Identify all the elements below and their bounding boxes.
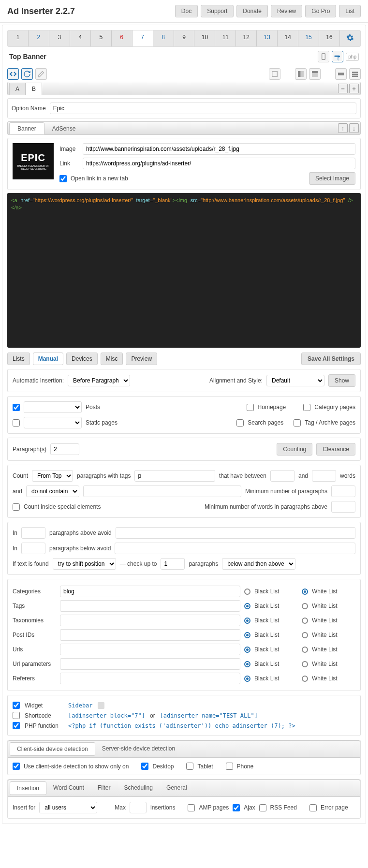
static-checkbox[interactable] bbox=[13, 419, 20, 427]
block-tab-16[interactable]: 16 bbox=[319, 30, 340, 46]
check-count-input[interactable] bbox=[161, 558, 185, 570]
new-tab-checkbox[interactable] bbox=[59, 175, 67, 182]
settings-tab-misc[interactable]: Misc bbox=[101, 353, 123, 365]
min-words-above-input[interactable] bbox=[331, 501, 355, 513]
settings-tab-manual[interactable]: Manual bbox=[33, 353, 63, 365]
direction-select[interactable]: below and then above bbox=[222, 558, 295, 570]
phone-checkbox[interactable] bbox=[226, 763, 233, 770]
settings-gear-icon[interactable] bbox=[340, 30, 360, 46]
alignment-select[interactable]: Default bbox=[266, 375, 324, 386]
whitelist-radio-5[interactable] bbox=[302, 661, 308, 667]
contain-select[interactable]: do not contain bbox=[26, 485, 79, 497]
below-count-input[interactable] bbox=[21, 543, 45, 554]
collapse-icon[interactable]: − bbox=[338, 84, 348, 93]
shift-select[interactable]: try to shift position bbox=[53, 558, 116, 570]
show-button[interactable]: Show bbox=[328, 374, 355, 387]
down-arrow-icon[interactable]: ↓ bbox=[349, 123, 359, 133]
option-name-input[interactable] bbox=[50, 103, 356, 114]
donate-button[interactable]: Donate bbox=[236, 5, 268, 17]
settings-tab-lists[interactable]: Lists bbox=[7, 353, 30, 365]
blacklist-radio-6[interactable] bbox=[244, 676, 250, 682]
tablet-checkbox[interactable] bbox=[186, 763, 193, 770]
clearance-button[interactable]: Clearance bbox=[316, 443, 355, 456]
contain-input[interactable] bbox=[83, 485, 241, 497]
below-avoid-input[interactable] bbox=[115, 543, 355, 554]
misc-tab-general[interactable]: General bbox=[160, 781, 194, 795]
blacklist-radio-1[interactable] bbox=[244, 603, 250, 609]
device-tab[interactable]: Server-side device detection bbox=[95, 742, 182, 756]
block-tab-11[interactable]: 11 bbox=[215, 30, 236, 46]
block-tab-8[interactable]: 8 bbox=[153, 30, 174, 46]
tab-adsense[interactable]: AdSense bbox=[44, 123, 84, 134]
block-tab-4[interactable]: 4 bbox=[70, 30, 91, 46]
block-tab-12[interactable]: 12 bbox=[236, 30, 257, 46]
review-button[interactable]: Review bbox=[271, 5, 302, 17]
block-tab-1[interactable]: 1 bbox=[8, 30, 29, 46]
blacklist-radio-4[interactable] bbox=[244, 647, 250, 653]
go-pro-button[interactable]: Go Pro bbox=[305, 5, 336, 17]
block-tab-13[interactable]: 13 bbox=[257, 30, 278, 46]
blacklist-radio-0[interactable] bbox=[244, 588, 250, 595]
static-select[interactable] bbox=[24, 417, 82, 428]
block-tab-3[interactable]: 3 bbox=[49, 30, 70, 46]
list-input-5[interactable] bbox=[60, 658, 240, 670]
block-tab-7[interactable]: 7 bbox=[132, 30, 153, 47]
layout-icon-4[interactable] bbox=[335, 68, 347, 80]
image-input[interactable] bbox=[83, 143, 355, 155]
settings-tab-devices[interactable]: Devices bbox=[66, 353, 98, 365]
link-input[interactable] bbox=[83, 158, 355, 169]
php-checkbox[interactable] bbox=[13, 722, 20, 729]
tags-input[interactable] bbox=[134, 470, 215, 482]
auto-insertion-select[interactable]: Before Paragraph bbox=[68, 375, 130, 386]
whitelist-radio-4[interactable] bbox=[302, 647, 308, 653]
blacklist-radio-5[interactable] bbox=[244, 661, 250, 667]
above-count-input[interactable] bbox=[21, 527, 45, 539]
list-input-1[interactable] bbox=[60, 600, 240, 612]
whitelist-radio-0[interactable] bbox=[302, 588, 308, 595]
rss-checkbox[interactable] bbox=[259, 804, 266, 811]
layout-icon-5[interactable] bbox=[349, 68, 361, 80]
error-checkbox[interactable] bbox=[309, 804, 317, 811]
misc-tab-word-count[interactable]: Word Count bbox=[46, 781, 91, 795]
min-words-input[interactable] bbox=[270, 470, 294, 482]
count-direction-select[interactable]: From Top bbox=[32, 470, 73, 482]
support-button[interactable]: Support bbox=[201, 5, 234, 17]
list-input-3[interactable] bbox=[60, 629, 240, 641]
block-tab-6[interactable]: 6 bbox=[112, 30, 132, 46]
block-tab-14[interactable]: 14 bbox=[278, 30, 298, 46]
blacklist-radio-2[interactable] bbox=[244, 618, 250, 624]
settings-tab-preview[interactable]: Preview bbox=[126, 353, 157, 365]
list-input-2[interactable] bbox=[60, 615, 240, 626]
list-button[interactable]: List bbox=[339, 5, 361, 17]
ajax-checkbox[interactable] bbox=[233, 804, 240, 811]
desktop-checkbox[interactable] bbox=[141, 763, 148, 770]
whitelist-radio-1[interactable] bbox=[302, 603, 308, 609]
misc-tab-insertion[interactable]: Insertion bbox=[10, 781, 46, 795]
save-all-button[interactable]: Save All Settings bbox=[301, 353, 361, 365]
tab-banner[interactable]: Banner bbox=[9, 122, 44, 135]
whitelist-radio-3[interactable] bbox=[302, 632, 308, 638]
above-avoid-input[interactable] bbox=[116, 527, 355, 539]
use-client-checkbox[interactable] bbox=[13, 763, 20, 770]
search-checkbox[interactable] bbox=[236, 419, 244, 427]
layout-icon-3[interactable] bbox=[309, 68, 321, 80]
misc-tab-filter[interactable]: Filter bbox=[91, 781, 118, 795]
block-tab-10[interactable]: 10 bbox=[194, 30, 215, 46]
block-tab-15[interactable]: 15 bbox=[298, 30, 319, 46]
tag-checkbox[interactable] bbox=[294, 419, 301, 427]
layout-icon-1[interactable] bbox=[269, 68, 280, 80]
posts-select[interactable] bbox=[24, 401, 82, 413]
whitelist-radio-6[interactable] bbox=[302, 676, 308, 682]
block-tab-2[interactable]: 2 bbox=[29, 30, 49, 46]
max-words-input[interactable] bbox=[312, 470, 336, 482]
min-paras-input[interactable] bbox=[331, 485, 355, 497]
refresh-icon[interactable] bbox=[21, 68, 33, 80]
layout-icon-2[interactable] bbox=[295, 68, 307, 80]
ab-tab-a[interactable]: A bbox=[9, 83, 26, 95]
up-arrow-icon[interactable]: ↑ bbox=[338, 123, 348, 133]
doc-button[interactable]: Doc bbox=[175, 5, 198, 17]
posts-checkbox[interactable] bbox=[13, 404, 20, 411]
counting-button[interactable]: Counting bbox=[277, 443, 312, 456]
code-editor[interactable]: <a href="https://wordpress.org/plugins/a… bbox=[7, 193, 361, 348]
category-checkbox[interactable] bbox=[303, 404, 310, 411]
